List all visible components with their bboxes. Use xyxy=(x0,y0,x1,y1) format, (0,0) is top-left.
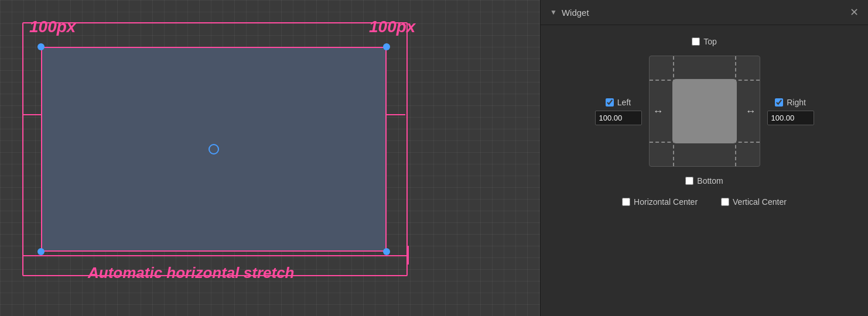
preview-inner-box xyxy=(672,79,737,143)
margin-line-right xyxy=(387,114,405,115)
center-circle-icon xyxy=(209,144,219,154)
preview-arrow-right-icon: ↔ xyxy=(746,105,756,118)
horizontal-center-checkbox[interactable] xyxy=(622,198,630,206)
vertical-center-label: Vertical Center xyxy=(733,197,787,207)
right-label: Right xyxy=(787,98,806,107)
panel-body: Top Left ↔ ↔ xyxy=(541,25,868,218)
bottom-bracket-right xyxy=(408,246,409,265)
right-anchor-side: Right xyxy=(767,98,814,125)
panel-header: ▼ Widget ✕ xyxy=(541,0,868,25)
bottom-checkbox[interactable] xyxy=(685,177,693,185)
left-checkbox-group: Left xyxy=(606,98,631,107)
right-checkbox[interactable] xyxy=(775,98,783,107)
top-label: Top xyxy=(703,37,717,46)
vertical-center-group: Vertical Center xyxy=(721,197,787,207)
horizontal-center-group: Horizontal Center xyxy=(622,197,698,207)
anchor-extra-row: Horizontal Center Vertical Center xyxy=(622,197,787,207)
collapse-arrow-icon[interactable]: ▼ xyxy=(550,8,557,16)
bottom-stretch-line xyxy=(22,255,409,256)
left-label: Left xyxy=(617,98,631,107)
margin-line-left xyxy=(22,114,41,115)
anchor-bottom-row: Bottom xyxy=(685,176,723,186)
label-right-px: 100px xyxy=(369,18,415,36)
canvas-area: 100px 100px Automatic horizontal stretch xyxy=(0,0,540,316)
preview-arrow-left-icon: ↔ xyxy=(653,105,664,118)
label-left-px: 100px xyxy=(29,18,76,36)
top-checkbox-group: Top xyxy=(692,37,717,46)
close-button[interactable]: ✕ xyxy=(850,7,859,18)
handle-top-left[interactable] xyxy=(37,43,45,50)
bottom-checkbox-group: Bottom xyxy=(685,176,723,186)
anchor-preview: ↔ ↔ xyxy=(649,56,760,167)
panel-header-left: ▼ Widget xyxy=(550,8,589,18)
label-stretch: Automatic horizontal stretch xyxy=(88,264,294,282)
anchor-middle-row: Left ↔ ↔ Right xyxy=(595,56,814,167)
left-checkbox[interactable] xyxy=(606,98,614,107)
left-anchor-side: Left xyxy=(595,98,642,125)
bottom-label: Bottom xyxy=(697,176,723,186)
anchor-top-row: Top xyxy=(692,37,717,46)
handle-top-right[interactable] xyxy=(383,43,390,50)
handle-bottom-right[interactable] xyxy=(383,248,390,255)
panel-title: Widget xyxy=(562,8,589,18)
vertical-center-checkbox[interactable] xyxy=(721,198,729,206)
widget-panel: ▼ Widget ✕ Top Left xyxy=(540,0,868,316)
right-checkbox-group: Right xyxy=(775,98,806,107)
widget-box xyxy=(41,47,387,252)
bottom-bracket-left xyxy=(22,246,23,265)
top-checkbox[interactable] xyxy=(692,37,700,46)
handle-bottom-left[interactable] xyxy=(37,248,45,255)
right-value-input[interactable] xyxy=(767,111,814,125)
left-value-input[interactable] xyxy=(595,111,642,125)
horizontal-center-label: Horizontal Center xyxy=(634,197,698,207)
